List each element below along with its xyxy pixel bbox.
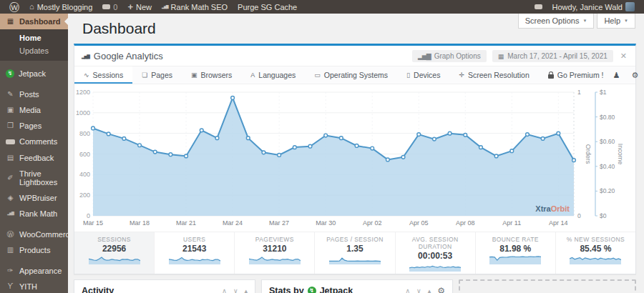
stat-users[interactable]: USERS21543: [155, 232, 235, 274]
tab-screen-resolution[interactable]: ✛Screen Resolution: [449, 66, 538, 84]
chevron-down-icon[interactable]: ∨: [416, 287, 421, 293]
chevron-down-icon[interactable]: ∨: [233, 287, 238, 293]
calendar-icon: ▦: [498, 53, 504, 60]
settings-gear-icon[interactable]: ⚙: [631, 71, 638, 80]
tab-label: Browsers: [201, 71, 233, 79]
data-point: [433, 137, 436, 141]
collapse-icon[interactable]: ▴: [428, 287, 431, 293]
analytics-chart-icon: ▂▅▇: [82, 54, 89, 59]
data-point: [417, 133, 421, 136]
sidebar-item-feedback[interactable]: ▤Feedback: [0, 150, 68, 166]
sidebar-item-label: Jetpack: [19, 69, 46, 78]
chevron-up-icon[interactable]: ∧: [222, 287, 227, 293]
sidebar-item-media[interactable]: ▣Media: [0, 102, 68, 118]
audience-users-icon[interactable]: ♟: [613, 71, 620, 80]
tab-pages[interactable]: ❏Pages: [132, 66, 182, 84]
stat-pages-session[interactable]: PAGES / SESSION1.35: [315, 232, 395, 274]
rank-math-menu[interactable]: ▂▅▇ Rank Math SEO: [157, 0, 233, 14]
sidebar-item-wpbruiser[interactable]: ◈WPBruiser: [0, 190, 68, 206]
sidebar-menu: ▦DashboardHomeUpdates↯Jetpack✎Posts▣Medi…: [0, 14, 68, 293]
stat-bounce-rate[interactable]: BOUNCE RATE81.98 %: [476, 232, 556, 274]
stat-label: SESSIONS: [76, 236, 152, 243]
widget-header[interactable]: Stats by ↯ Jetpack ∧ ∨ ▴ ⚙: [262, 280, 452, 293]
analytics-chart[interactable]: 020040060080010001200Mar 15Mar 18Mar 21M…: [74, 85, 635, 232]
collapse-icon[interactable]: ▴: [244, 287, 248, 293]
stat-pageviews[interactable]: PAGEVIEWS31210: [235, 232, 315, 274]
jetpack-icon: ↯: [6, 69, 14, 78]
stat-avg-session-duration[interactable]: AVG. SESSION DURATION00:00:53: [396, 232, 476, 274]
tab-sessions[interactable]: ∿Sessions: [74, 66, 132, 84]
comments-menu[interactable]: 0: [97, 0, 122, 14]
tab-operating-systems[interactable]: ▭Operating Systems: [305, 66, 397, 84]
purge-cache-menu[interactable]: Purge SG Cache: [233, 0, 302, 14]
sidebar-item-appearance[interactable]: ✑Appearance: [0, 263, 68, 279]
data-point: [92, 126, 95, 130]
sidebar-item-dashboard[interactable]: ▦Dashboard: [0, 14, 68, 29]
menu-separator: [0, 222, 68, 227]
appearance-brush-icon: ✑: [6, 267, 15, 274]
sidebar: ▦DashboardHomeUpdates↯Jetpack✎Posts▣Medi…: [0, 14, 68, 293]
sidebar-item-woocommerce[interactable]: ⓌWooCommerce: [0, 227, 68, 242]
stat-value: 81.98 %: [477, 244, 554, 254]
y-axis-tick: 800: [79, 130, 90, 137]
sidebar-item-products[interactable]: ▥Products: [0, 242, 68, 258]
chevron-down-icon: ▼: [624, 19, 628, 23]
data-point: [246, 136, 250, 140]
notifications-menu[interactable]: [530, 0, 547, 14]
account-menu[interactable]: Howdy, Janice Wald: [547, 0, 640, 14]
menu-separator: [0, 61, 68, 66]
graph-options-button[interactable]: ▂▅▇ Graph Options: [412, 50, 487, 62]
activity-widget: Activity ∧ ∨ ▴ Publishing Soon: [74, 279, 255, 293]
stat-sparkline: [156, 254, 233, 264]
date-range-button[interactable]: ▦ March 17, 2021 - April 15, 2021: [492, 50, 613, 62]
widget-header[interactable]: Activity ∧ ∨ ▴: [74, 280, 255, 293]
sparkline-chart: [169, 254, 220, 264]
sidebar-item-label: Dashboard: [19, 17, 60, 26]
income-tick: $0.20: [600, 187, 615, 194]
tab-devices[interactable]: ▯Devices: [397, 66, 449, 84]
data-point: [215, 136, 219, 140]
data-point: [464, 133, 467, 136]
woocommerce-icon: Ⓦ: [6, 231, 15, 238]
submenu-item-home[interactable]: Home: [0, 31, 68, 44]
site-menu[interactable]: ⌂ Mostly Blogging: [24, 0, 97, 14]
widget-header-actions: ▂▅▇ Graph Options ▦ March 17, 2021 - Apr…: [412, 50, 628, 62]
chevron-up-icon[interactable]: ∧: [406, 287, 411, 293]
sidebar-item-comments[interactable]: Comments: [0, 134, 68, 149]
screen-options-button[interactable]: Screen Options ▼: [518, 14, 595, 29]
products-icon: ▥: [6, 247, 15, 254]
widget-drop-zone: [459, 279, 636, 293]
data-point: [526, 133, 530, 136]
resolution-icon: ✛: [459, 72, 464, 79]
sidebar-item-jetpack[interactable]: ↯Jetpack: [0, 66, 68, 81]
sparkline-chart: [489, 254, 541, 264]
submenu-item-updates[interactable]: Updates: [0, 44, 68, 57]
sparkline-chart: [249, 254, 301, 264]
data-point: [231, 96, 235, 100]
stat-value: 00:00:53: [397, 251, 474, 261]
stat-sparkline: [76, 254, 152, 264]
wp-logo-menu[interactable]: Ⓦ: [4, 0, 24, 14]
sidebar-item-thrive-lightboxes[interactable]: ✐Thrive Lightboxes: [0, 166, 68, 190]
stat-new-sessions[interactable]: % NEW SESSIONS85.45 %: [556, 232, 635, 274]
screen-meta-links: Screen Options ▼ Help ▼: [518, 14, 635, 29]
tab-browsers[interactable]: ▣Browsers: [182, 66, 241, 84]
new-menu[interactable]: + New: [122, 0, 157, 14]
gear-icon[interactable]: ⚙: [437, 286, 445, 293]
sidebar-item-rank-math[interactable]: ▂▅▇Rank Math: [0, 206, 68, 222]
sidebar-item-label: Feedback: [19, 154, 54, 162]
close-icon[interactable]: ✕: [619, 51, 628, 61]
sidebar-item-yith[interactable]: ƳYITH: [0, 279, 68, 293]
sidebar-item-posts[interactable]: ✎Posts: [0, 86, 68, 102]
stat-sessions[interactable]: SESSIONS22956: [74, 232, 155, 274]
help-button[interactable]: Help ▼: [597, 14, 635, 29]
orders-tick: 0: [577, 212, 581, 219]
sidebar-item-pages[interactable]: ❐Pages: [0, 118, 68, 134]
lock-icon: [548, 74, 554, 79]
stat-sparkline: [557, 254, 634, 264]
data-point: [262, 151, 265, 154]
data-point: [448, 131, 452, 135]
tab-languages[interactable]: ALanguages: [241, 66, 305, 84]
sidebar-item-label: Thrive Lightboxes: [19, 169, 65, 187]
tab-go-premium[interactable]: Go Premium !: [539, 66, 613, 84]
